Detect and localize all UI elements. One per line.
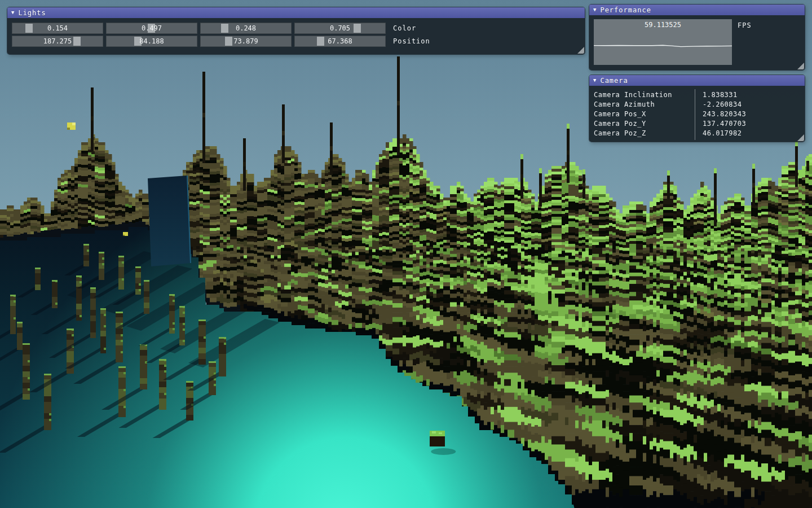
panel-title: Performance (600, 6, 651, 14)
panel-lights: ▼ Lights 0.154 0.497 0.248 0.7 (7, 7, 585, 54)
camera-row-value: -2.260834 (695, 100, 742, 108)
camera-row-azimuth: Camera Azimuth -2.260834 (594, 99, 805, 109)
panel-title: Camera (600, 77, 628, 85)
slider-light-position-4[interactable]: 67.368 (294, 36, 386, 47)
slider-light-color-2[interactable]: 0.497 (106, 23, 197, 34)
collapse-icon[interactable]: ▼ (11, 10, 14, 15)
camera-row-value: 46.017982 (695, 129, 742, 137)
slider-value: 0.705 (295, 23, 385, 33)
panel-lights-header[interactable]: ▼ Lights (7, 7, 585, 18)
camera-row-label: Camera Poz_Z (594, 129, 695, 137)
fps-value: 59.113525 (594, 21, 732, 29)
camera-row-label: Camera Inclination (594, 91, 695, 99)
resize-grip[interactable] (577, 47, 584, 54)
slider-light-position-2[interactable]: 84.188 (106, 36, 197, 47)
panel-title: Lights (18, 9, 46, 17)
panel-camera-header[interactable]: ▼ Camera (589, 75, 805, 86)
panel-camera: ▼ Camera Camera Inclination 1.838331 Cam… (589, 75, 805, 142)
panel-performance: ▼ Performance 59.113525 FPS (589, 5, 805, 70)
position-row-label: Position (393, 37, 430, 45)
camera-row-pos-x: Camera Pos_X 243.820343 (594, 109, 805, 119)
camera-row-inclination: Camera Inclination 1.838331 (594, 90, 805, 99)
slider-value: 73.879 (201, 36, 291, 46)
resize-grip[interactable] (797, 63, 804, 69)
lights-position-row: 187.275 84.188 73.879 67.368 Position (12, 36, 585, 47)
slider-light-position-3[interactable]: 73.879 (200, 36, 292, 47)
slider-value: 0.248 (201, 23, 291, 33)
camera-row-label: Camera Poz_Y (594, 120, 695, 128)
slider-value: 84.188 (107, 36, 197, 46)
camera-row-pos-y: Camera Poz_Y 137.470703 (594, 119, 805, 128)
camera-row-value: 243.820343 (695, 110, 746, 118)
fps-label: FPS (738, 21, 752, 29)
panel-lights-body: 0.154 0.497 0.248 0.705 Color (7, 18, 585, 47)
camera-row-label: Camera Azimuth (594, 100, 695, 108)
panel-performance-header[interactable]: ▼ Performance (589, 5, 805, 15)
app-window: ▼ Lights 0.154 0.497 0.248 0.7 (0, 0, 812, 508)
camera-row-value: 1.838331 (695, 91, 738, 99)
color-row-label: Color (393, 24, 416, 32)
camera-row-label: Camera Pos_X (594, 110, 695, 118)
fps-graph: 59.113525 (594, 19, 732, 65)
slider-light-color-3[interactable]: 0.248 (200, 23, 292, 34)
collapse-icon[interactable]: ▼ (593, 78, 596, 83)
slider-value: 187.275 (12, 36, 103, 46)
slider-value: 67.368 (295, 36, 385, 46)
camera-row-value: 137.470703 (695, 120, 746, 128)
resize-grip[interactable] (797, 134, 804, 141)
camera-divider (695, 89, 695, 140)
panel-camera-body: Camera Inclination 1.838331 Camera Azimu… (589, 86, 805, 138)
slider-light-position-1[interactable]: 187.275 (12, 36, 103, 47)
camera-row-pos-z: Camera Poz_Z 46.017982 (594, 128, 805, 138)
slider-light-color-4[interactable]: 0.705 (294, 23, 386, 34)
slider-value: 0.154 (12, 23, 103, 33)
lights-color-row: 0.154 0.497 0.248 0.705 Color (12, 23, 585, 34)
slider-value: 0.497 (107, 23, 197, 33)
collapse-icon[interactable]: ▼ (593, 7, 596, 12)
slider-light-color-1[interactable]: 0.154 (12, 23, 103, 34)
